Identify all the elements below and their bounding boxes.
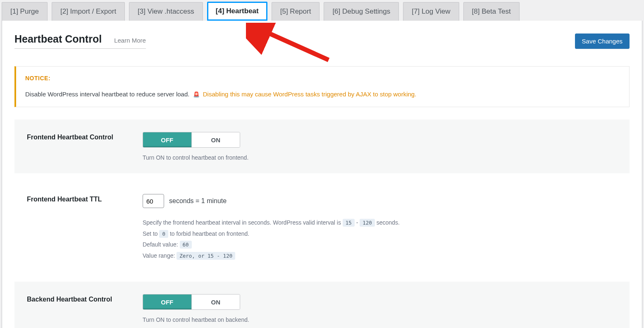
notice-box: NOTICE: Disable WordPress interval heart… xyxy=(14,66,630,107)
siren-icon: 🚨 xyxy=(193,91,200,98)
setting-hint: Turn ON to control heartbeat on frontend… xyxy=(143,154,617,161)
desc-text: Default value: xyxy=(143,241,178,248)
toggle-off[interactable]: OFF xyxy=(143,294,191,309)
desc-text: Value range: xyxy=(143,252,175,259)
code-chip: 60 xyxy=(180,241,192,249)
notice-text: Disable WordPress interval heartbeat to … xyxy=(25,91,620,98)
frontend-heartbeat-toggle[interactable]: OFF ON xyxy=(143,132,240,148)
setting-backend-heartbeat-control: Backend Heartbeat Control OFF ON Turn ON… xyxy=(14,282,630,328)
settings-tabs: [1] Purge [2] Import / Export [3] View .… xyxy=(2,2,642,21)
notice-text-main: Disable WordPress interval heartbeat to … xyxy=(25,91,189,98)
desc-text: Set to xyxy=(143,230,158,237)
page-title: Heartbeat Control xyxy=(14,33,102,45)
code-chip: 0 xyxy=(159,230,168,238)
backend-heartbeat-toggle[interactable]: OFF ON xyxy=(143,294,240,310)
tab-beta-test[interactable]: [8] Beta Test xyxy=(463,2,520,21)
save-changes-button[interactable]: Save Changes xyxy=(575,34,630,49)
tab-content: Heartbeat Control Learn More Save Change… xyxy=(2,21,642,328)
setting-label: Frontend Heartbeat Control xyxy=(27,132,118,161)
setting-label: Frontend Heartbeat TTL xyxy=(27,194,118,261)
toggle-off[interactable]: OFF xyxy=(143,132,191,147)
toggle-on[interactable]: ON xyxy=(191,294,240,309)
learn-more-link[interactable]: Learn More xyxy=(114,37,146,44)
code-chip: Zero, or 15 - 120 xyxy=(177,252,235,260)
setting-frontend-heartbeat-control: Frontend Heartbeat Control OFF ON Turn O… xyxy=(14,120,630,173)
tab-import-export[interactable]: [2] Import / Export xyxy=(52,2,125,21)
desc-text: seconds. xyxy=(377,219,400,226)
setting-label: Backend Heartbeat Control xyxy=(27,294,118,323)
desc-text: - xyxy=(356,219,358,226)
notice-heading: NOTICE: xyxy=(25,75,620,81)
ttl-description: Specify the frontend heartbeat interval … xyxy=(143,217,617,261)
setting-frontend-heartbeat-ttl: Frontend Heartbeat TTL seconds = 1 minut… xyxy=(14,182,630,273)
tab-debug-settings[interactable]: [6] Debug Settings xyxy=(324,2,399,21)
tab-heartbeat[interactable]: [4] Heartbeat xyxy=(207,2,267,21)
desc-text: Specify the frontend heartbeat interval … xyxy=(143,219,341,226)
tab-purge[interactable]: [1] Purge xyxy=(2,2,48,21)
tab-view-htaccess[interactable]: [3] View .htaccess xyxy=(129,2,203,21)
setting-hint: Turn ON to control heartbeat on backend. xyxy=(143,316,617,323)
frontend-ttl-input[interactable] xyxy=(143,194,164,208)
code-chip: 120 xyxy=(360,219,375,227)
tab-report[interactable]: [5] Report xyxy=(272,2,320,21)
desc-text: to forbid heartbeat on frontend. xyxy=(170,230,249,237)
tab-log-view[interactable]: [7] Log View xyxy=(403,2,459,21)
notice-warning-text: Disabling this may cause WordPress tasks… xyxy=(203,91,417,98)
code-chip: 15 xyxy=(343,219,355,227)
ttl-unit-text: seconds = 1 minute xyxy=(169,197,227,205)
toggle-on[interactable]: ON xyxy=(191,132,240,147)
